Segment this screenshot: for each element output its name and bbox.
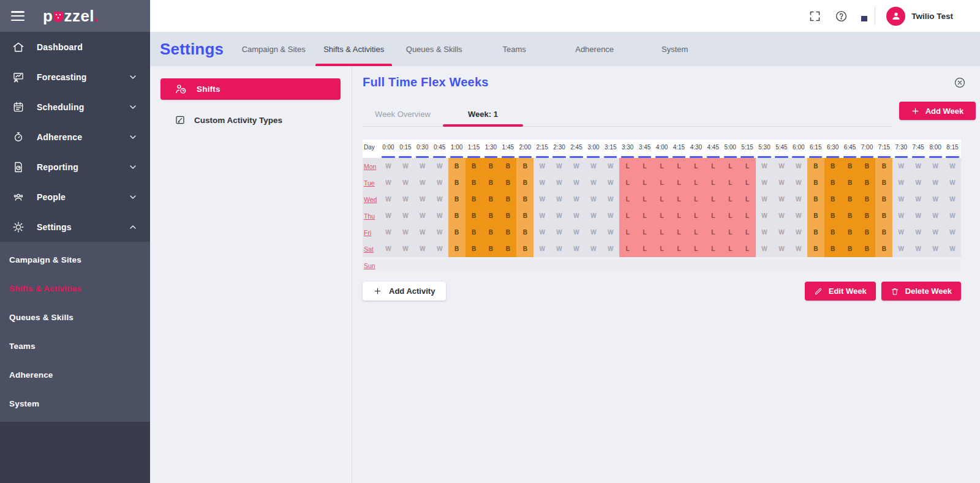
grid-cell[interactable]: L <box>722 191 739 208</box>
grid-cell[interactable]: B <box>482 174 499 191</box>
grid-cell[interactable]: W <box>927 174 944 191</box>
grid-cell[interactable]: B <box>875 241 892 257</box>
grid-cell[interactable]: W <box>790 208 807 224</box>
grid-cell[interactable]: B <box>807 158 824 174</box>
grid-cell[interactable]: W <box>892 208 910 224</box>
sidebar-subitem-shifts-activities[interactable]: Shifts & Activities <box>0 274 150 303</box>
grid-cell[interactable]: W <box>756 208 773 224</box>
grid-cell[interactable]: L <box>722 208 739 224</box>
grid-cell[interactable]: W <box>602 224 619 241</box>
grid-cell[interactable]: L <box>739 208 756 224</box>
avatar[interactable] <box>886 7 905 26</box>
sidebar-subitem-adherence[interactable]: Adherence <box>0 361 150 389</box>
grid-cell[interactable]: W <box>380 208 397 224</box>
grid-cell[interactable]: W <box>380 191 397 208</box>
grid-cell[interactable]: W <box>790 241 807 257</box>
grid-cell[interactable]: W <box>414 174 431 191</box>
add-activity-button[interactable]: Add Activity <box>363 282 446 301</box>
grid-cell[interactable]: L <box>722 224 739 241</box>
grid-cell[interactable]: B <box>859 191 876 208</box>
grid-cell[interactable]: W <box>602 241 619 257</box>
grid-cell[interactable]: W <box>431 241 448 257</box>
sidebar-subitem-campaign-sites[interactable]: Campaign & Sites <box>0 245 150 274</box>
sidebar-item-forecasting[interactable]: Forecasting <box>0 62 150 92</box>
grid-cell[interactable]: B <box>448 224 466 241</box>
grid-cell[interactable]: W <box>892 174 910 191</box>
tab-campaign-sites[interactable]: Campaign & Sites <box>233 32 314 66</box>
grid-cell[interactable]: B <box>466 174 483 191</box>
grid-cell[interactable]: W <box>568 208 585 224</box>
grid-cell[interactable]: W <box>431 174 448 191</box>
grid-cell[interactable]: B <box>842 191 859 208</box>
grid-cell[interactable]: L <box>687 208 704 224</box>
grid-cell[interactable]: B <box>859 241 876 257</box>
grid-cell[interactable]: B <box>842 158 859 174</box>
grid-cell[interactable]: W <box>397 208 414 224</box>
close-icon[interactable] <box>954 77 966 89</box>
grid-cell[interactable]: L <box>704 174 722 191</box>
grid-cell[interactable]: W <box>910 191 927 208</box>
grid-cell[interactable]: W <box>585 208 602 224</box>
hamburger-menu-icon[interactable] <box>11 11 24 21</box>
grid-cell[interactable]: L <box>670 158 687 174</box>
grid-cell[interactable]: W <box>756 224 773 241</box>
grid-cell[interactable]: W <box>380 174 397 191</box>
grid-cell[interactable]: B <box>842 174 859 191</box>
day-link[interactable]: Thu <box>364 212 375 220</box>
grid-cell[interactable]: W <box>927 158 944 174</box>
grid-cell[interactable]: W <box>944 191 961 208</box>
grid-cell[interactable]: W <box>790 174 807 191</box>
grid-cell[interactable]: B <box>807 174 824 191</box>
grid-cell[interactable]: W <box>551 224 568 241</box>
grid-cell[interactable]: W <box>892 191 910 208</box>
grid-cell[interactable]: W <box>602 191 619 208</box>
grid-cell[interactable]: L <box>687 191 704 208</box>
grid-cell[interactable]: L <box>636 158 654 174</box>
grid-cell[interactable]: W <box>533 174 551 191</box>
grid-cell[interactable]: B <box>499 241 516 257</box>
grid-cell[interactable]: W <box>756 191 773 208</box>
grid-cell[interactable]: W <box>892 158 910 174</box>
sidebar-item-settings[interactable]: Settings <box>0 212 150 242</box>
grid-cell[interactable]: W <box>397 191 414 208</box>
grid-cell[interactable]: W <box>790 191 807 208</box>
grid-cell[interactable]: W <box>414 208 431 224</box>
grid-cell[interactable]: B <box>516 208 533 224</box>
sidebar-subitem-teams[interactable]: Teams <box>0 332 150 361</box>
grid-cell[interactable]: W <box>927 241 944 257</box>
tab-week-1[interactable]: Week: 1 <box>443 102 523 126</box>
grid-cell[interactable]: W <box>551 158 568 174</box>
grid-cell[interactable]: W <box>533 241 551 257</box>
grid-cell[interactable]: L <box>687 224 704 241</box>
help-icon[interactable] <box>835 10 848 23</box>
grid-cell[interactable]: W <box>927 208 944 224</box>
grid-cell[interactable]: B <box>807 224 824 241</box>
grid-cell[interactable]: W <box>397 174 414 191</box>
grid-cell[interactable]: W <box>414 241 431 257</box>
grid-cell[interactable]: W <box>397 241 414 257</box>
grid-cell[interactable]: W <box>585 191 602 208</box>
grid-cell[interactable]: L <box>704 224 722 241</box>
grid-cell[interactable]: W <box>414 158 431 174</box>
grid-cell[interactable]: L <box>636 208 654 224</box>
edit-week-button[interactable]: Edit Week <box>805 282 876 301</box>
grid-cell[interactable]: B <box>824 174 842 191</box>
grid-cell[interactable]: L <box>739 158 756 174</box>
grid-cell[interactable]: L <box>636 174 654 191</box>
grid-cell[interactable]: W <box>602 208 619 224</box>
grid-cell[interactable]: W <box>568 241 585 257</box>
grid-cell[interactable]: L <box>704 191 722 208</box>
grid-cell[interactable]: W <box>380 241 397 257</box>
grid-cell[interactable]: W <box>551 241 568 257</box>
grid-cell[interactable]: L <box>739 191 756 208</box>
grid-cell[interactable]: W <box>944 224 961 241</box>
grid-cell[interactable]: W <box>910 224 927 241</box>
grid-cell[interactable]: L <box>654 158 671 174</box>
grid-cell[interactable]: B <box>516 241 533 257</box>
grid-cell[interactable]: W <box>380 158 397 174</box>
grid-cell[interactable]: W <box>944 174 961 191</box>
grid-cell[interactable]: B <box>482 208 499 224</box>
grid-cell[interactable]: B <box>516 174 533 191</box>
grid-cell[interactable]: B <box>466 208 483 224</box>
grid-cell[interactable]: B <box>448 158 466 174</box>
